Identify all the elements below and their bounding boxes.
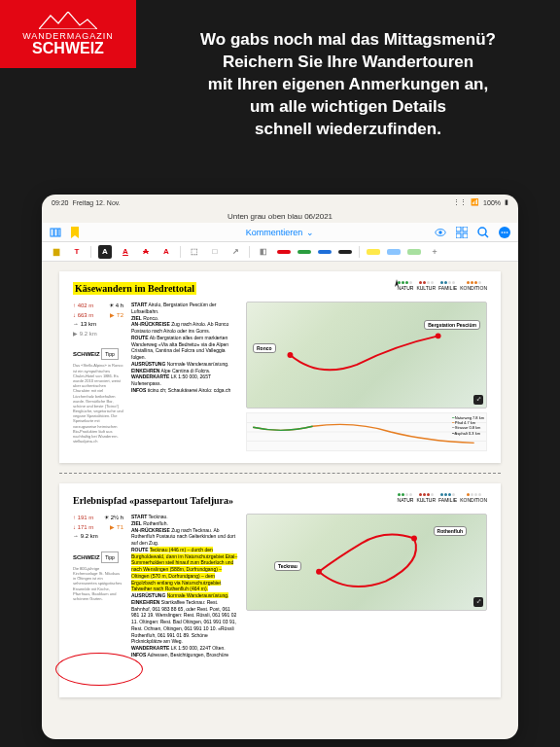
search-icon[interactable] <box>477 227 489 238</box>
map-2[interactable]: Rothenfluh Tecknau ⤢ <box>246 514 487 611</box>
tablet-frame: 09:20 Freitag 12. Nov. ⋮⋮ 📶 100% ▮ Unten… <box>42 195 518 739</box>
cat-familie: FAMILIE <box>438 285 457 291</box>
svg-point-12 <box>502 231 504 233</box>
val-eink: Alpe Cantina di Folcra. <box>161 368 211 374</box>
elevation-chart: ━ Naturweg 7.8 km ━ Pfad 4.7 km ━ Strass… <box>246 412 487 451</box>
toolbar-sep <box>90 246 91 258</box>
svg-point-14 <box>507 231 508 233</box>
map-expand-icon[interactable]: ⤢ <box>473 395 483 405</box>
val-ausr: Normale Wanderausrüstung. <box>167 361 229 367</box>
pen-blue[interactable] <box>318 250 332 254</box>
svg-point-9 <box>478 228 486 235</box>
status-right: ⋮⋮ 📶 100% ▮ <box>453 198 508 206</box>
tool-arrow[interactable]: ↗ <box>228 245 242 259</box>
stats-box: ↑ 402 m☀ 4 h ↓ 663 m▶ T2 → 13 km ▶ 9.2 k… <box>73 302 123 451</box>
headline-l5: schnell wiederzufinden. <box>255 120 441 138</box>
stat2-down: ↓ 171 m <box>73 523 93 533</box>
tool-highlight[interactable]: ▆ <box>50 245 63 259</box>
tool-erase[interactable]: ◧ <box>257 245 270 259</box>
stat-up: ↑ 402 m <box>73 302 93 311</box>
headline-l2: Reichern Sie Ihre Wandertouren <box>223 53 473 71</box>
stat2-dur: ☀ 2½ h <box>104 514 123 523</box>
status-bar: 09:20 Freitag 12. Nov. ⋮⋮ 📶 100% ▮ <box>42 195 518 210</box>
article1-title: Käsewandern im Bedrettotal <box>73 282 196 295</box>
tool-a-selected[interactable]: A <box>98 245 112 259</box>
tool-more[interactable]: ＋ <box>428 245 441 259</box>
pen-yellow[interactable] <box>367 249 380 255</box>
stat2-dist: → 9.2 km <box>73 532 98 542</box>
page-divider <box>59 473 501 474</box>
lbl-route: ROUTE <box>131 335 149 340</box>
window-title: Unten grau oben blau 06/2021 <box>42 210 518 223</box>
map-label-tecknau: Tecknau <box>274 561 301 571</box>
lbl-ausr: AUSRÜSTUNG <box>131 361 165 367</box>
svg-line-10 <box>485 234 488 237</box>
svg-point-21 <box>411 536 417 542</box>
lbl-infos: INFOS <box>131 387 146 393</box>
svg-rect-8 <box>463 233 468 238</box>
tipp2-text: Die 800-jährige Kirchenanlage St. Nikola… <box>73 566 123 601</box>
mode-dropdown[interactable]: Kommentieren ⌄ <box>246 228 315 237</box>
map-label-pescium: Bergstation Pesciüm <box>424 320 480 330</box>
pen-lgreen[interactable] <box>407 249 421 255</box>
tipp-label: SCHWEIZ <box>73 351 100 357</box>
tipp2-badge: Tipp <box>101 551 119 563</box>
toolbar-sep2 <box>180 246 181 258</box>
stat-diff: ▶ T2 <box>110 311 123 321</box>
compass-icon <box>390 279 403 293</box>
stat-down: ↓ 663 m <box>73 311 93 321</box>
pen-green[interactable] <box>298 250 311 254</box>
red-annotation-circle <box>55 653 143 686</box>
pen-red[interactable] <box>277 250 291 254</box>
tool-underline[interactable]: A <box>119 245 132 259</box>
svg-rect-2 <box>58 229 60 236</box>
tipp2-label: SCHWEIZ <box>73 554 100 560</box>
val-ziel: Ronco. <box>143 315 158 321</box>
category-rating: NATUR KULTUR FAMILIE KONDITION <box>398 281 487 291</box>
svg-rect-1 <box>54 229 57 236</box>
lbl-eink: EINKEHREN <box>131 368 159 374</box>
map-1[interactable]: Ronco Bergstation Pesciüm ⤢ <box>246 302 487 409</box>
stat-dur: ☀ 4 h <box>109 302 123 311</box>
tool-squiggle[interactable]: A <box>159 245 173 259</box>
category-rating-2: NATUR KULTUR FAMILIE KONDITION <box>398 493 487 503</box>
grid-icon[interactable] <box>456 227 468 238</box>
tool-text[interactable]: T <box>70 245 84 259</box>
headline-l4: um alle wichtigen Details <box>250 97 446 116</box>
tool-select[interactable]: ⬚ <box>188 245 201 259</box>
status-battery: 100% <box>483 199 501 206</box>
chevron-down-icon: ⌄ <box>306 228 314 237</box>
eye-icon[interactable] <box>435 227 446 238</box>
stat2-diff: ▶ T1 <box>110 523 123 533</box>
library-icon[interactable] <box>50 227 61 238</box>
toolbar-sep4 <box>359 246 360 258</box>
battery-icon: ▮ <box>505 198 508 206</box>
val-infos: ticino.ch; Schaukäserei Airolo: cdga.ch <box>148 387 231 393</box>
lbl-start: START <box>131 302 147 307</box>
pen-black[interactable] <box>338 250 352 254</box>
more-icon[interactable] <box>499 227 510 238</box>
lbl-ziel: ZIEL <box>131 315 142 321</box>
route-description: START Airolo, Bergstation Pesciüm der Lu… <box>131 302 238 451</box>
svg-rect-5 <box>456 227 461 231</box>
marketing-headline: Wo gabs noch mal das Mittagsmenü? Reiche… <box>156 29 541 141</box>
status-time: 09:20 <box>52 199 69 206</box>
highlighted-route: Tecknau (446 m) – durch den Burgholdewal… <box>131 547 237 592</box>
map-label-ronco: Ronco <box>253 343 276 353</box>
signal-icon: 📶 <box>471 198 479 206</box>
lbl-anr: AN-/RÜCKREISE <box>131 321 170 327</box>
headline-l3: mit Ihren eigenen Anmerkungen an, <box>208 75 488 93</box>
tool-shape[interactable]: □ <box>208 245 222 259</box>
pen-lblue[interactable] <box>387 249 401 255</box>
bookmark-icon[interactable] <box>69 227 81 238</box>
svg-rect-0 <box>51 229 53 236</box>
map-expand-icon-2[interactable]: ⤢ <box>473 597 483 607</box>
cat-kondition: KONDITION <box>460 285 487 291</box>
svg-point-4 <box>438 231 441 233</box>
tipp-badge: Tipp <box>101 348 119 360</box>
tool-strike[interactable]: A <box>139 245 153 259</box>
headline-l1: Wo gabs noch mal das Mittagsmenü? <box>200 30 496 49</box>
stats-box-2: ↑ 191 m☀ 2½ h ↓ 171 m▶ T1 → 9.2 km SCHWE… <box>73 514 123 658</box>
map-label-rothenfluh: Rothenfluh <box>434 526 467 536</box>
status-left: 09:20 Freitag 12. Nov. <box>52 199 121 206</box>
